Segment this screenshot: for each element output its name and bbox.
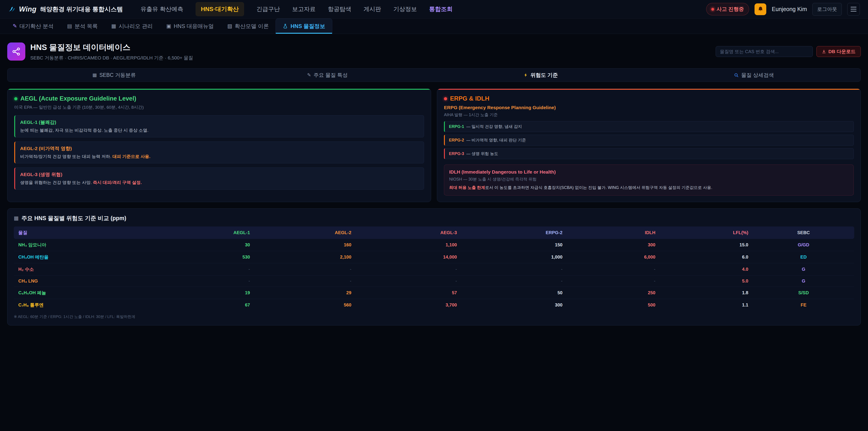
main-content: HNS 물질정보 데이터베이스 SEBC 거동분류 · CHRIS/CAMEO … bbox=[0, 34, 868, 332]
user-name: Eunjeong Kim bbox=[772, 6, 807, 12]
cell-aegl1: 67 bbox=[157, 299, 254, 311]
brand[interactable]: Wing 해양환경 위기대응 통합시스템 bbox=[8, 5, 123, 13]
cell-aegl3: 3,700 bbox=[356, 299, 461, 311]
cell-aegl2: 2,100 bbox=[254, 251, 356, 263]
logout-button[interactable]: 로그아웃 bbox=[812, 3, 842, 16]
erpg-subtitle: AIHA 발행 — 1시간 노출 기준 bbox=[444, 112, 854, 118]
cell-sebc: G bbox=[753, 276, 855, 287]
table-footnote: ※ AEGL: 60분 기준 / ERPG: 1시간 노출 / IDLH: 30… bbox=[14, 314, 854, 319]
erpg-idlh-panel: ERPG & IDLH ERPG (Emergency Response Pla… bbox=[437, 89, 861, 202]
erpg-1-row: ERPG-1 — 일시적 건강 영향, 냄새 감지 bbox=[444, 121, 854, 132]
top-navbar: Wing 해양환경 위기대응 통합시스템 유출유 확산예측 HNS·대기확산 긴… bbox=[0, 0, 868, 19]
col-header-substance: 물질 bbox=[14, 226, 157, 239]
tab-atmospheric-analysis[interactable]: ✎ 대기확산 분석 bbox=[6, 19, 60, 34]
table-row[interactable]: C₇H₈ 톨루엔 67 560 3,700 300 500 1.1 FE bbox=[14, 299, 854, 311]
incident-badge-label: 사고 진행중 bbox=[717, 6, 744, 13]
nav-item-hns-atmospheric[interactable]: HNS·대기확산 bbox=[195, 2, 244, 16]
magnifier-icon bbox=[734, 73, 739, 78]
erpg-panel-title: ERPG & IDLH bbox=[450, 95, 489, 102]
table-row[interactable]: C₆H₅OH 페놀 19 29 57 50 250 1.8 S/SD bbox=[14, 287, 854, 299]
cell-lfl: 4.0 bbox=[660, 263, 753, 276]
cell-aegl2: - bbox=[254, 263, 356, 276]
table-header-row: 물질 AEGL-1 AEGL-2 AEGL-3 ERPG-2 IDLH LFL(… bbox=[14, 226, 854, 239]
cell-aegl1: - bbox=[157, 263, 254, 276]
substance-search-input[interactable] bbox=[716, 46, 813, 57]
nav-item-reports[interactable]: 보고자료 bbox=[292, 5, 315, 13]
cell-substance: NH₃ 암모니아 bbox=[14, 239, 157, 251]
cell-aegl3: 57 bbox=[356, 287, 461, 299]
incident-status-badge[interactable]: 사고 진행중 bbox=[706, 3, 749, 16]
red-dot-icon bbox=[444, 97, 447, 100]
section-tab-detail-search[interactable]: 물질 상세검색 bbox=[647, 68, 861, 82]
cell-erpg2: - bbox=[461, 263, 567, 276]
cell-aegl2: 160 bbox=[254, 239, 356, 251]
tab-hns-substance-info[interactable]: HNS 물질정보 bbox=[276, 19, 332, 34]
cell-sebc: FE bbox=[753, 299, 855, 311]
manual-icon: ▣ bbox=[166, 23, 171, 29]
nav-item-aerial-search[interactable]: 항공탐색 bbox=[328, 5, 351, 13]
cell-aegl2: 560 bbox=[254, 299, 356, 311]
tab-scenario-management[interactable]: ▦ 시나리오 관리 bbox=[104, 19, 159, 34]
erpg-heading: ERPG (Emergency Response Planning Guidel… bbox=[444, 105, 854, 110]
brand-wing-text: Wing bbox=[19, 5, 36, 13]
nav-item-board[interactable]: 게시판 bbox=[364, 5, 381, 13]
idlh-title: IDLH (Immediately Dangerous to Life or H… bbox=[449, 169, 848, 175]
cell-substance: CH₄ LNG bbox=[14, 276, 157, 287]
cell-aegl1: - bbox=[157, 276, 254, 287]
idlh-subtitle: NIOSH — 30분 노출 시 생명/건강에 즉각적 위험 bbox=[449, 177, 848, 182]
module-tabbar: ✎ 대기확산 분석 ▤ 분석 목록 ▦ 시나리오 관리 ▣ HNS 대응매뉴얼 … bbox=[0, 19, 868, 34]
aegl-2-card: AEGL-2 (비가역적 영향) 비가역적/장기적 건강 영향 또는 대피 능력… bbox=[14, 142, 424, 164]
cell-sebc: ED bbox=[753, 251, 855, 263]
aegl-panel-title: AEGL (Acute Exposure Guideline Level) bbox=[20, 95, 136, 102]
col-header-aegl2: AEGL-2 bbox=[254, 226, 356, 239]
erpg-3-row: ERPG-3 — 생명 위험 농도 bbox=[444, 148, 854, 159]
nav-item-emergency-rescue[interactable]: 긴급구난 bbox=[256, 5, 280, 13]
cell-lfl: 5.0 bbox=[660, 276, 753, 287]
aegl-3-title: AEGL-3 (생명 위협) bbox=[20, 171, 419, 178]
notifications-button[interactable] bbox=[754, 3, 766, 15]
cell-idlh: 500 bbox=[567, 299, 660, 311]
table-row[interactable]: H₂ 수소 - - - - - 4.0 G bbox=[14, 263, 854, 276]
aegl-1-title: AEGL-1 (불쾌감) bbox=[20, 119, 419, 125]
nav-item-weather[interactable]: 기상정보 bbox=[393, 5, 417, 13]
table-row[interactable]: CH₄ LNG - - - - - 5.0 G bbox=[14, 276, 854, 287]
green-dot-icon bbox=[14, 97, 18, 100]
col-header-aegl3: AEGL-3 bbox=[356, 226, 461, 239]
cell-substance: C₆H₅OH 페놀 bbox=[14, 287, 157, 299]
page: { "colors": { "accent_amber": "#fbbf24",… bbox=[0, 0, 868, 431]
hamburger-menu-button[interactable] bbox=[847, 3, 860, 16]
cell-idlh: - bbox=[567, 276, 660, 287]
section-tab-hazard-criteria[interactable]: 위험도 기준 bbox=[434, 68, 647, 82]
tab-hns-response-manual[interactable]: ▣ HNS 대응매뉴얼 bbox=[160, 19, 221, 34]
cell-erpg2: 1,000 bbox=[461, 251, 567, 263]
table-grid-icon: ▦ bbox=[14, 215, 19, 221]
col-header-lfl: LFL(%) bbox=[660, 226, 753, 239]
cell-aegl3: 14,000 bbox=[356, 251, 461, 263]
cell-idlh: 300 bbox=[567, 239, 660, 251]
cell-substance: CH₃OH 메탄올 bbox=[14, 251, 157, 263]
tab-diffusion-model-theory[interactable]: ▧ 확산모델 이론 bbox=[221, 19, 276, 34]
cell-lfl: 6.0 bbox=[660, 251, 753, 263]
db-download-button[interactable]: DB 다운로드 bbox=[816, 46, 861, 57]
cell-sebc: G bbox=[753, 263, 855, 276]
page-subtitle: SEBC 거동분류 · CHRIS/CAMEO DB · AEGL/ERPG/I… bbox=[30, 55, 193, 61]
table-row[interactable]: NH₃ 암모니아 30 160 1,100 150 300 15.0 G/GD bbox=[14, 239, 854, 251]
cell-lfl: 15.0 bbox=[660, 239, 753, 251]
cell-aegl3: - bbox=[356, 276, 461, 287]
hamburger-icon bbox=[850, 7, 857, 7]
pencil-icon: ✎ bbox=[13, 23, 17, 29]
cell-lfl: 1.8 bbox=[660, 287, 753, 299]
section-tab-properties[interactable]: ✎ 주요 물질 특성 bbox=[221, 68, 434, 82]
col-header-erpg2: ERPG-2 bbox=[461, 226, 567, 239]
cell-sebc: S/SD bbox=[753, 287, 855, 299]
tab-analysis-list[interactable]: ▤ 분석 목록 bbox=[60, 19, 104, 34]
system-title: 해양환경 위기대응 통합시스템 bbox=[40, 5, 123, 13]
page-title: HNS 물질정보 데이터베이스 bbox=[30, 42, 193, 53]
table-row[interactable]: CH₃OH 메탄올 530 2,100 14,000 1,000 6,000 6… bbox=[14, 251, 854, 263]
section-tab-sebc[interactable]: ▦ SEBC 거동분류 bbox=[7, 68, 221, 82]
col-header-aegl1: AEGL-1 bbox=[157, 226, 254, 239]
nav-item-integrated-search[interactable]: 통합조회 bbox=[429, 5, 453, 13]
cell-substance: H₂ 수소 bbox=[14, 263, 157, 276]
aegl-panel-subtitle: 미국 EPA — 일반인 급성 노출 기준 (10분, 30분, 60분, 4시… bbox=[14, 104, 424, 110]
nav-item-oil-spill[interactable]: 유출유 확산예측 bbox=[141, 5, 183, 13]
